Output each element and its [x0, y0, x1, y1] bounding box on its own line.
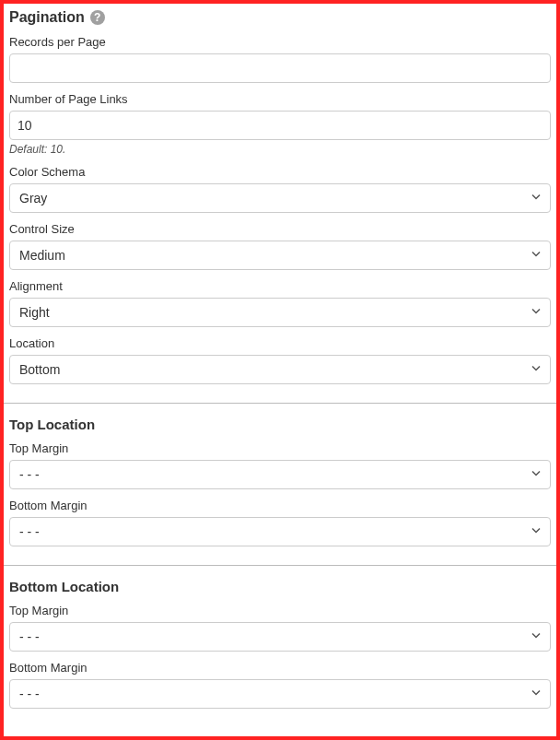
page-links-input[interactable] — [9, 111, 551, 140]
records-per-page-label: Records per Page — [9, 35, 551, 49]
page-links-field: Number of Page Links Default: 10. — [9, 92, 551, 156]
bottom-location-bottom-margin-select[interactable]: - - - — [9, 679, 551, 709]
records-per-page-field: Records per Page — [9, 35, 551, 83]
control-size-select[interactable]: Medium — [9, 241, 551, 270]
top-location-title: Top Location — [9, 417, 551, 432]
location-field: Location Bottom — [9, 336, 551, 384]
alignment-select[interactable]: Right — [9, 298, 551, 327]
help-icon[interactable]: ? — [90, 10, 105, 25]
records-per-page-input[interactable] — [9, 53, 551, 83]
page-links-label: Number of Page Links — [9, 92, 551, 106]
bottom-location-top-margin-label: Top Margin — [9, 604, 551, 617]
settings-panel: Pagination ? Records per Page Number of … — [0, 0, 560, 740]
top-location-top-margin-field: Top Margin - - - — [9, 441, 551, 489]
pagination-title: Pagination — [9, 9, 85, 26]
section-divider — [4, 403, 556, 404]
bottom-location-top-margin-select[interactable]: - - - — [9, 622, 551, 652]
section-divider — [4, 565, 556, 566]
pagination-header: Pagination ? — [9, 9, 551, 26]
alignment-label: Alignment — [9, 279, 551, 293]
color-schema-label: Color Schema — [9, 165, 551, 179]
location-select[interactable]: Bottom — [9, 355, 551, 384]
top-location-bottom-margin-field: Bottom Margin - - - — [9, 499, 551, 546]
bottom-location-title: Bottom Location — [9, 579, 551, 594]
location-label: Location — [9, 336, 551, 350]
control-size-label: Control Size — [9, 222, 551, 236]
bottom-location-bottom-margin-label: Bottom Margin — [9, 661, 551, 675]
color-schema-select[interactable]: Gray — [9, 183, 551, 213]
bottom-location-top-margin-field: Top Margin - - - — [9, 604, 551, 652]
alignment-field: Alignment Right — [9, 279, 551, 327]
color-schema-field: Color Schema Gray — [9, 165, 551, 213]
top-location-bottom-margin-select[interactable]: - - - — [9, 517, 551, 546]
page-links-hint: Default: 10. — [9, 143, 551, 156]
top-location-bottom-margin-label: Bottom Margin — [9, 499, 551, 512]
bottom-location-bottom-margin-field: Bottom Margin - - - — [9, 661, 551, 709]
top-location-top-margin-label: Top Margin — [9, 441, 551, 455]
top-location-top-margin-select[interactable]: - - - — [9, 460, 551, 489]
control-size-field: Control Size Medium — [9, 222, 551, 270]
